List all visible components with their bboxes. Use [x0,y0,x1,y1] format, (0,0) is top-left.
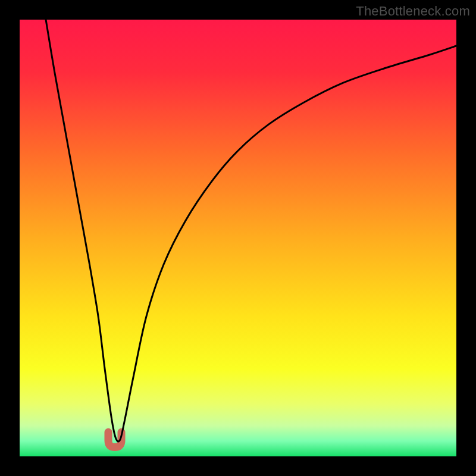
chart-frame: TheBottleneck.com [0,0,476,476]
watermark-text: TheBottleneck.com [356,4,470,19]
curve-layer [20,20,456,456]
data-curve [46,20,456,441]
plot-area [20,20,456,456]
